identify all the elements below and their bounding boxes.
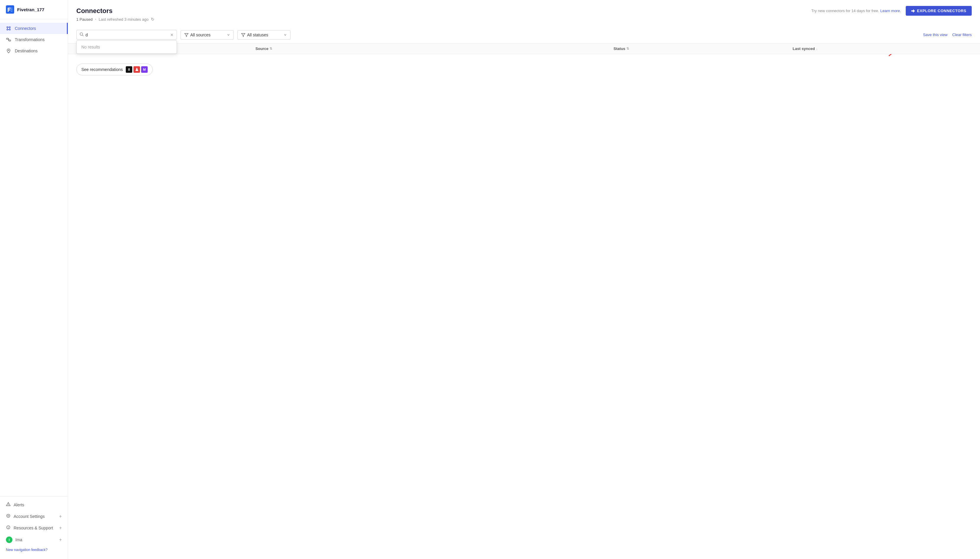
try-text: Try new connectors for 14 days for free.… — [811, 8, 901, 13]
transformations-icon — [6, 37, 11, 42]
destinations-label: Destinations — [15, 48, 38, 53]
last-synced-sort-icon[interactable]: ↓ — [816, 47, 818, 51]
sidebar-bottom: Alerts Account Settings + i Resources & … — [0, 496, 68, 559]
header-right: Try new connectors for 14 days for free.… — [811, 6, 972, 16]
account-settings-label: Account Settings — [13, 514, 45, 519]
svg-text:i: i — [8, 526, 9, 529]
refresh-icon[interactable]: ↻ — [151, 17, 154, 22]
rec-icons: 8 ♟ M — [126, 66, 147, 73]
rec-icon-m: M — [141, 66, 147, 73]
page-title: Connectors — [76, 7, 113, 15]
svg-point-13 — [8, 505, 8, 505]
explore-icon — [911, 9, 915, 13]
account-settings-plus-icon[interactable]: + — [59, 514, 62, 519]
toolbar: ✕ No results All sources All statuses — [68, 26, 980, 43]
col-header-status: Status ⇅ — [614, 46, 793, 51]
account-settings-icon — [6, 513, 11, 519]
chevron-down-icon — [227, 33, 230, 36]
alerts-icon — [6, 502, 11, 508]
status-sort-icon[interactable]: ⇅ — [626, 47, 629, 51]
search-clear-icon[interactable]: ✕ — [170, 33, 174, 37]
sidebar: Fivetran_177 Connectors — [0, 0, 68, 559]
col-header-last-synced: Last synced ↓ — [793, 46, 972, 51]
svg-point-2 — [9, 26, 10, 28]
source-sort-icon[interactable]: ⇅ — [270, 47, 272, 51]
resources-support-icon: i — [6, 525, 11, 531]
no-results-text: No results — [77, 41, 177, 53]
see-recommendations-button[interactable]: See recommendations 8 ♟ M — [76, 64, 153, 75]
ima-label: Ima — [15, 538, 22, 542]
search-input[interactable] — [86, 33, 168, 37]
all-sources-filter[interactable]: All sources — [180, 30, 234, 40]
avatar: I — [6, 536, 12, 543]
svg-marker-21 — [185, 33, 188, 37]
search-dropdown: No results — [76, 40, 177, 54]
all-statuses-filter[interactable]: All statuses — [237, 30, 291, 40]
svg-rect-9 — [7, 38, 8, 39]
sidebar-logo[interactable]: Fivetran_177 — [0, 0, 68, 19]
sidebar-item-account-settings[interactable]: Account Settings + — [0, 511, 68, 522]
destinations-icon — [6, 48, 11, 53]
sidebar-item-destinations[interactable]: Destinations — [0, 45, 68, 56]
toolbar-right: Save this view Clear filters — [923, 33, 972, 37]
col-header-source: Source ⇅ — [255, 46, 613, 51]
connectors-label: Connectors — [15, 26, 36, 31]
ima-plus-icon[interactable]: + — [59, 537, 62, 542]
chevron-down-icon-2 — [284, 33, 287, 36]
svg-point-3 — [7, 29, 8, 30]
svg-point-4 — [9, 29, 10, 30]
sidebar-logo-text: Fivetran_177 — [17, 7, 45, 12]
sidebar-feedback[interactable]: New navigation feedback? — [0, 546, 68, 557]
see-recommendations-label: See recommendations — [81, 67, 123, 72]
svg-point-11 — [8, 50, 9, 51]
table-body: See recommendations 8 ♟ M — [68, 54, 980, 559]
svg-marker-18 — [911, 9, 915, 13]
sidebar-item-alerts[interactable]: Alerts — [0, 499, 68, 511]
rec-icon-8: 8 — [126, 66, 132, 73]
filter-icon-2 — [241, 33, 245, 37]
svg-point-15 — [8, 515, 9, 516]
table-header: Name ⇅ Source ⇅ Status ⇅ Last synced ↓ — [68, 43, 980, 54]
search-container: ✕ — [76, 30, 177, 40]
svg-point-1 — [7, 26, 8, 28]
sidebar-item-connectors[interactable]: Connectors — [0, 23, 68, 34]
page-header: Connectors Try new connectors for 14 day… — [68, 0, 980, 26]
filter-icon — [184, 33, 189, 37]
sidebar-item-resources-support[interactable]: i Resources & Support + — [0, 522, 68, 534]
svg-line-20 — [83, 35, 84, 36]
paused-badge: 1 Paused — [76, 17, 93, 22]
main-content: Connectors Try new connectors for 14 day… — [68, 0, 980, 559]
sidebar-item-transformations[interactable]: Transformations — [0, 34, 68, 45]
resources-support-label: Resources & Support — [13, 526, 53, 530]
fivetran-logo-icon — [6, 5, 14, 13]
connectors-icon — [6, 26, 11, 31]
svg-point-14 — [7, 514, 10, 518]
explore-connectors-button[interactable]: EXPLORE CONNECTORS — [906, 6, 972, 16]
resources-support-plus-icon[interactable]: + — [59, 525, 62, 531]
nav-items: Connectors Transformations Destinations — [0, 19, 68, 496]
svg-marker-22 — [242, 33, 245, 37]
search-icon — [79, 32, 84, 37]
transformations-label: Transformations — [15, 37, 45, 42]
red-arrow-svg — [883, 54, 960, 59]
subtitle-row: 1 Paused • Last refreshed 3 minutes ago … — [76, 17, 972, 26]
search-wrapper: ✕ No results — [76, 30, 177, 40]
alerts-label: Alerts — [13, 503, 24, 507]
rec-icon-chess: ♟ — [134, 66, 140, 73]
last-refreshed: Last refreshed 3 minutes ago — [99, 17, 149, 22]
svg-rect-10 — [9, 40, 11, 41]
svg-point-19 — [80, 33, 83, 35]
sidebar-item-ima[interactable]: I Ima + — [0, 534, 68, 546]
clear-filters-button[interactable]: Clear filters — [952, 33, 972, 37]
learn-more-link[interactable]: Learn more. — [880, 8, 901, 13]
save-view-button[interactable]: Save this view — [923, 33, 947, 37]
